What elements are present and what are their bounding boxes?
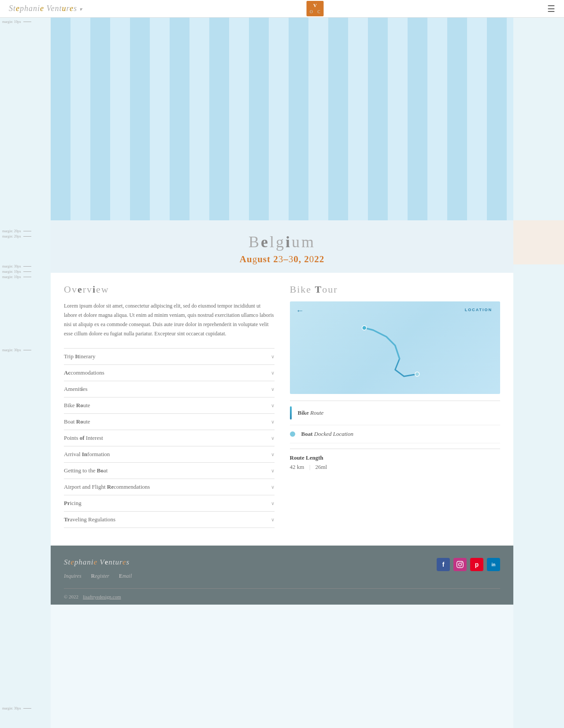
main-content: Overview Lorem ipsum dolor sit amet, con… [51, 273, 513, 546]
accordion-item-pricing[interactable]: Pricing ∨ [64, 495, 275, 511]
footer-logo: Stephanie Ventures [64, 558, 132, 567]
accordion-label-bike-route: Bike Route [64, 402, 90, 409]
center-logo: V O C [306, 1, 324, 16]
legend-label-bike-route: Bike Route [298, 409, 324, 416]
social-instagram[interactable] [453, 558, 467, 571]
accordion-label-pricing: Pricing [64, 500, 82, 507]
accordion-label-points-of-interest: Points of Interest [64, 435, 103, 442]
margin-note-4: margin: 30px [2, 348, 31, 352]
menu-icon[interactable]: ☰ [547, 4, 555, 14]
accordion-label-amenities: Amenities [64, 386, 87, 393]
accordion-label-getting-to-boat: Getting to the Boat [64, 467, 108, 474]
bike-route-line-indicator [290, 406, 292, 420]
header-logo: Stephanie Ventures ▾ [9, 4, 82, 13]
accordion-item-bike-route[interactable]: Bike Route ∨ [64, 397, 275, 413]
route-length-value: 42 km | 26ml [290, 464, 501, 471]
route-length-separator: | [309, 464, 311, 470]
route-length-title: Route Length [290, 454, 501, 461]
accordion-item-boat-route[interactable]: Boat Route ∨ [64, 413, 275, 430]
footer-top: Stephanie Ventures Inquires Register Ema… [64, 558, 500, 579]
accordion-label-trip-itinerary: Trip Itinerary [64, 353, 95, 360]
left-panel: Overview Lorem ipsum dolor sit amet, con… [64, 284, 275, 528]
accordion-chevron-1: ∨ [271, 354, 275, 360]
footer-link-register[interactable]: Register [91, 573, 109, 579]
social-facebook[interactable]: f [437, 558, 450, 571]
route-length-km: 42 km [290, 464, 304, 470]
footer-bottom: © 2022 lisaftryedesign.com [64, 588, 500, 605]
overview-heading: Overview [64, 284, 275, 295]
map-container: LOCATION ← [290, 301, 501, 394]
footer-social: f p in [437, 558, 500, 571]
header-dropdown-arrow[interactable]: ▾ [79, 6, 82, 12]
social-linkedin[interactable]: in [487, 558, 500, 571]
accordion-item-accommodations[interactable]: Accommodations ∨ [64, 364, 275, 381]
accordion-item-traveling-regulations[interactable]: Traveling Regulations ∨ [64, 511, 275, 528]
footer-links: Inquires Register Email [64, 573, 132, 579]
accordion-label-airport-flight: Airport and Flight Recommendations [64, 483, 150, 490]
route-length-miles: 26ml [315, 464, 327, 470]
accordion-chevron-2: ∨ [271, 370, 275, 376]
accordion-label-traveling-regulations: Traveling Regulations [64, 516, 115, 523]
right-margin [513, 18, 564, 605]
margin-note-1: margin: 10px [2, 20, 31, 24]
accordion-item-amenities[interactable]: Amenities ∨ [64, 381, 275, 397]
hero-section [51, 18, 513, 220]
accordion-chevron-6: ∨ [271, 435, 275, 441]
accordion-label-arrival-information: Arrival Information [64, 451, 110, 458]
accordion-label-boat-route: Boat Route [64, 418, 90, 425]
map-legend: Bike Route Boat Docked Location [290, 401, 501, 443]
site-header: Stephanie Ventures ▾ V O C ☰ [0, 0, 564, 18]
accordion-item-points-of-interest[interactable]: Points of Interest ∨ [64, 430, 275, 446]
accordion-item-getting-to-boat[interactable]: Getting to the Boat ∨ [64, 462, 275, 479]
svg-point-5 [415, 372, 419, 376]
accordion: Trip Itinerary ∨ Accommodations ∨ Amenit… [64, 348, 275, 528]
footer-link-email[interactable]: Email [119, 573, 132, 579]
country-title: Belgium [51, 233, 513, 251]
svg-text:O: O [310, 10, 313, 14]
legend-item-boat-docked: Boat Docked Location [290, 431, 501, 443]
footer-link-inquires[interactable]: Inquires [64, 573, 82, 579]
legend-label-boat-docked: Boat Docked Location [301, 431, 353, 438]
overview-text: Lorem ipsum dolor sit amet, consectetur … [64, 301, 275, 338]
svg-text:C: C [317, 10, 320, 14]
accordion-chevron-7: ∨ [271, 452, 275, 457]
footer-left: Stephanie Ventures Inquires Register Ema… [64, 558, 132, 579]
right-panel: Bike Tour LOCATION ← [290, 284, 501, 528]
content-grid: Overview Lorem ipsum dolor sit amet, con… [64, 284, 500, 528]
accordion-label-accommodations: Accommodations [64, 369, 104, 376]
margin-note-2: margin: 20px margin: 20px [2, 229, 31, 238]
accordion-chevron-11: ∨ [271, 517, 275, 523]
bike-tour-heading: Bike Tour [290, 284, 501, 295]
accordion-chevron-3: ∨ [271, 386, 275, 392]
accordion-item-arrival-information[interactable]: Arrival Information ∨ [64, 446, 275, 462]
map-route-svg [290, 301, 501, 394]
accordion-chevron-8: ∨ [271, 468, 275, 474]
site-footer: Stephanie Ventures Inquires Register Ema… [51, 546, 513, 605]
margin-note-3: margin: 30px margin: 10px margin: 10px [2, 264, 31, 279]
svg-text:V: V [313, 3, 317, 8]
accordion-chevron-10: ∨ [271, 501, 275, 506]
boat-docked-dot-indicator [290, 431, 295, 437]
accordion-chevron-5: ∨ [271, 419, 275, 425]
footer-design-credit[interactable]: lisaftryedesign.com [83, 594, 121, 599]
date-range: August 23–30, 2022 [51, 254, 513, 265]
social-pinterest[interactable]: p [470, 558, 483, 571]
svg-point-4 [362, 326, 366, 330]
legend-item-bike-route: Bike Route [290, 406, 501, 425]
title-section: Belgium August 23–30, 2022 [51, 220, 513, 273]
footer-copyright: © 2022 [64, 594, 78, 599]
route-length-section: Route Length 42 km | 26ml [290, 449, 501, 471]
accordion-chevron-9: ∨ [271, 484, 275, 490]
accordion-item-trip-itinerary[interactable]: Trip Itinerary ∨ [64, 348, 275, 364]
accordion-item-airport-flight[interactable]: Airport and Flight Recommendations ∨ [64, 479, 275, 495]
left-margin-annotations: margin: 10px margin: 20px margin: 20px m… [0, 18, 51, 605]
accordion-chevron-4: ∨ [271, 403, 275, 409]
